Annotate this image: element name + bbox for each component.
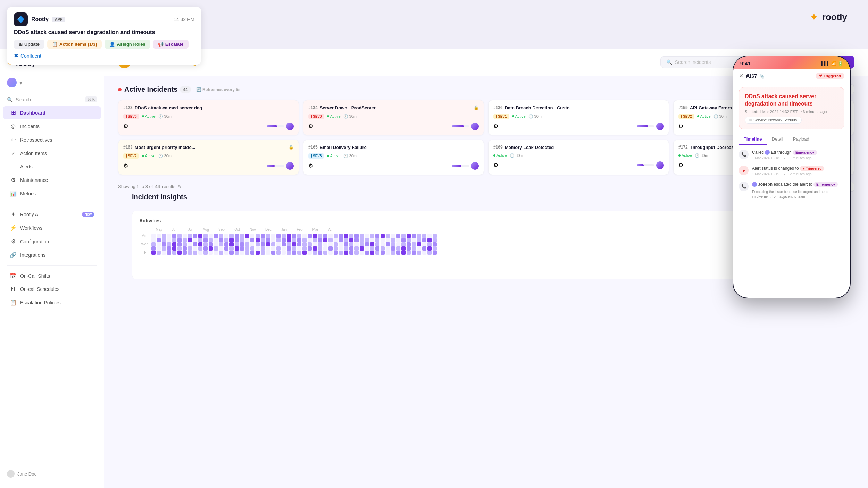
heatmap-cell [162,246,166,251]
incident-card[interactable]: #123 DDoS attack caused server deg... SE… [118,100,299,135]
sidebar-expand-icon: ▾ [19,79,22,86]
escalate-icon: 📢 [158,42,164,47]
sidebar-item-action-items[interactable]: ✓ Action Items [3,147,101,160]
heatmap-cell [412,242,416,246]
sidebar-item-escalation-policies[interactable]: 📋 Escalation Policies [3,296,101,309]
heatmap-cell [282,234,286,238]
heatmap-cell [370,246,374,251]
heatmap-cell [302,234,307,238]
incident-card[interactable]: #169 Memory Leak Detected Active 🕐 30m ⚙ [488,140,669,175]
total-count: 44 [155,184,160,189]
incident-card[interactable]: #136 Data Breach Detection - Custo... SE… [488,100,669,135]
sev-bar-icon [126,115,127,118]
heatmap-cell [318,238,322,242]
sidebar-item-integrations[interactable]: 🔗 Integrations [3,249,101,261]
heatmap-cell [401,234,406,238]
heatmap-cell [386,246,390,251]
config-icon: ⚙ [10,238,17,245]
heatmap-cell [339,234,343,238]
incident-number: #172 [678,145,688,150]
time-badge: 🕐 30m [713,114,727,119]
sidebar-item-configuration[interactable]: ⚙ Configuration [3,235,101,248]
sidebar-item-rootly-ai[interactable]: ✦ Rootly AI New [3,208,101,221]
heatmap-cell [172,246,176,251]
sev-bar-icon [126,154,127,158]
heatmap-cell [407,251,411,255]
assign-roles-button[interactable]: 👤 Assign Roles [105,40,150,49]
sidebar-item-maintenance[interactable]: ⚙ Maintenance [3,174,101,186]
edit-icon[interactable]: ✎ [177,184,181,189]
incident-card[interactable]: #134 Server Down - ProdServer... 🔒 SEV0 … [303,100,484,135]
sidebar-item-oncall-schedules[interactable]: 🗓 On-call Schedules [3,283,101,295]
phone-time: 9:41 [740,60,751,66]
incident-card[interactable]: #163 Most urgent priority incide... 🔒 SE… [118,140,299,175]
heatmap-cell [209,234,213,238]
escalate-button[interactable]: 📢 Escalate [153,40,189,49]
phone-tab-timeline[interactable]: Timeline [739,134,767,145]
heatmap-cell [162,242,166,246]
sev-badge: SEV0 [308,114,324,119]
heatmap-cell [339,246,343,251]
heatmap-cell [261,234,265,238]
phone-tab-detail[interactable]: Detail [767,134,788,145]
status-dot [142,115,144,117]
phone-tab-payload[interactable]: Payload [788,134,814,145]
heatmap-cell [256,242,260,246]
heatmap-cell [235,238,239,242]
heatmap-cell [162,238,166,242]
sidebar-item-alerts[interactable]: 🛡 Alerts [3,160,101,173]
phone-timeline: 📞 Called Ed through Emergency 1 Mar 2024… [733,145,850,209]
update-button[interactable]: ⊞ Update [14,40,44,49]
heatmap-cell [266,251,270,255]
heatmap-cell [261,246,265,251]
heatmap-cell [354,238,359,242]
sidebar-user-row[interactable]: ▾ [0,75,104,90]
heatmap-cell [276,251,281,255]
emergency-badge-1: Emergency [793,150,817,155]
phone-triggered-badge: ❤ Triggered [816,73,844,79]
sidebar-item-workflows[interactable]: ⚡ Workflows [3,221,101,234]
timeline-item: 📞 Called Ed through Emergency 1 Mar 2024… [739,150,844,160]
timeline-content: Alert status is changed to ● Triggered 1… [752,166,844,176]
sidebar-item-incidents[interactable]: ◎ Incidents [3,120,101,133]
sidebar-item-label: Alerts [20,164,33,169]
heatmap-cell [417,251,421,255]
heatmap-cell [344,242,348,246]
heatmap-cell [349,251,353,255]
heatmap-cell [224,238,228,242]
ai-icon: ✦ [10,211,17,218]
phone-icons: ▌▌▌ 📶 🔋 [821,61,843,66]
sidebar-search[interactable]: 🔍 Search ⌘ K [0,94,104,104]
heatmap-cell [433,251,437,255]
sidebar-item-oncall-shifts[interactable]: 📅 On-Call Shifts [3,269,101,282]
incident-title: Email Delivery Failure [320,145,479,151]
status-active: Active [493,153,507,158]
heatmap-cell [318,251,322,255]
incidents-count: 44 [180,86,190,93]
progress-container [267,162,294,170]
heatmap-cell [370,234,374,238]
metrics-icon: 📊 [10,190,17,197]
heatmap-cell [276,238,281,242]
sidebar-item-dashboard[interactable]: ⊞ Dashboard [3,106,101,119]
status-active: Active [678,153,692,158]
progress-container [452,162,479,170]
sidebar-item-metrics[interactable]: 📊 Metrics [3,187,101,200]
sidebar-item-retrospectives[interactable]: ↩ Retrospectives [3,133,101,146]
heatmap-cell [375,246,379,251]
heatmap-cell [401,242,406,246]
incident-card[interactable]: #165 Email Delivery Failure SEV3 Active … [303,140,484,175]
incident-number: #123 [123,105,133,110]
close-button[interactable]: ✕ [739,73,743,79]
action-items-button[interactable]: 📋 Action Items (1/3) [47,40,102,49]
heatmap-cell [422,242,426,246]
incident-title: Data Breach Detection - Custo... [505,105,664,111]
heatmap-cell [328,246,333,251]
heatmap-cell [323,251,327,255]
timeline-item: 📞 Joseph escalated the alert to Emergenc… [739,182,844,199]
heatmap-cell [334,238,338,242]
heatmap-cell [261,251,265,255]
heatmap-cell [323,234,327,238]
heatmap-cell [302,242,307,246]
progress-bar [637,125,654,127]
